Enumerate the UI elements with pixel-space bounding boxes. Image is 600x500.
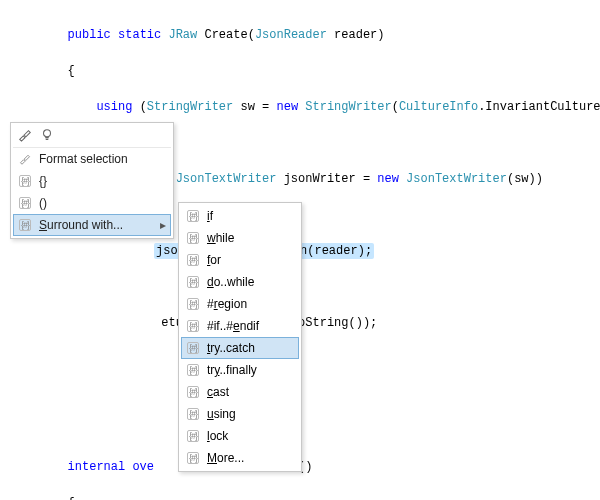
- keyword: using: [96, 100, 132, 114]
- keyword: internal: [68, 460, 126, 474]
- submenu-item-label: try..catch: [207, 341, 285, 355]
- menu-item-label: Format selection: [39, 152, 157, 166]
- submenu-item[interactable]: {#}using: [181, 403, 299, 425]
- code-icon: {#}: [185, 384, 201, 400]
- keyword: public: [68, 28, 111, 42]
- submenu-item[interactable]: {#}do..while: [181, 271, 299, 293]
- code-icon: {#}: [185, 428, 201, 444]
- menu-header: [13, 125, 171, 148]
- menu-item-label: (): [39, 196, 157, 210]
- menu-item-label: Surround with...: [39, 218, 157, 232]
- submenu-item[interactable]: {#}if: [181, 205, 299, 227]
- submenu-item-label: #region: [207, 297, 285, 311]
- type: StringWriter: [305, 100, 391, 114]
- code-line: using (StringWriter sw = new StringWrite…: [10, 98, 590, 116]
- code-icon: {#}: [185, 230, 201, 246]
- code-line: {: [10, 494, 590, 500]
- submenu-item[interactable]: {#}cast: [181, 381, 299, 403]
- method-name: Create: [204, 28, 247, 42]
- submenu-item-label: lock: [207, 429, 285, 443]
- submenu-item[interactable]: {#}#region: [181, 293, 299, 315]
- paintbrush-icon: [17, 151, 33, 167]
- submenu-item[interactable]: {#}#if..#endif: [181, 315, 299, 337]
- code-icon: {#}: [185, 318, 201, 334]
- type: JRaw: [168, 28, 197, 42]
- submenu-item[interactable]: {#}More...: [181, 447, 299, 469]
- code-icon: {#}: [185, 296, 201, 312]
- menu-item-parens[interactable]: {#} (): [13, 192, 171, 214]
- code-icon: {#}: [185, 450, 201, 466]
- surround-with-submenu: {#}if{#}while{#}for{#}do..while{#}#regio…: [178, 202, 302, 472]
- submenu-item-label: cast: [207, 385, 285, 399]
- paintbrush-icon[interactable]: [17, 127, 33, 143]
- type: JsonReader: [255, 28, 327, 42]
- submenu-item[interactable]: {#}lock: [181, 425, 299, 447]
- lightbulb-icon[interactable]: [39, 127, 55, 143]
- submenu-item-label: do..while: [207, 275, 285, 289]
- code-line: {: [10, 62, 590, 80]
- keyword: new: [276, 100, 298, 114]
- submenu-arrow-icon: ▸: [160, 218, 166, 232]
- code-icon: {#}: [17, 217, 33, 233]
- keyword: static: [118, 28, 161, 42]
- code-icon: {#}: [185, 362, 201, 378]
- code-line: public static JRaw Create(JsonReader rea…: [10, 26, 590, 44]
- code-icon: {#}: [17, 173, 33, 189]
- type: JsonTextWriter: [176, 172, 277, 186]
- submenu-item[interactable]: {#}try..catch: [181, 337, 299, 359]
- context-menu: Format selection {#} {} {#} () {#} Surro…: [10, 122, 174, 239]
- svg-point-0: [44, 130, 51, 137]
- menu-item-surround-with[interactable]: {#} Surround with... ▸: [13, 214, 171, 236]
- submenu-item-label: More...: [207, 451, 285, 465]
- submenu-item[interactable]: {#}while: [181, 227, 299, 249]
- code-icon: {#}: [185, 252, 201, 268]
- param: reader: [334, 28, 377, 42]
- menu-item-label: {}: [39, 174, 157, 188]
- code-icon: {#}: [185, 406, 201, 422]
- code-icon: {#}: [185, 340, 201, 356]
- submenu-item-label: for: [207, 253, 285, 267]
- code-icon: {#}: [17, 195, 33, 211]
- submenu-item[interactable]: {#}try..finally: [181, 359, 299, 381]
- submenu-item-label: if: [207, 209, 285, 223]
- submenu-item-label: #if..#endif: [207, 319, 285, 333]
- submenu-item-label: while: [207, 231, 285, 245]
- code-icon: {#}: [185, 274, 201, 290]
- menu-item-format-selection[interactable]: Format selection: [13, 148, 171, 170]
- type: CultureInfo: [399, 100, 478, 114]
- keyword: new: [377, 172, 399, 186]
- submenu-item-label: try..finally: [207, 363, 285, 377]
- submenu-item-label: using: [207, 407, 285, 421]
- menu-item-braces[interactable]: {#} {}: [13, 170, 171, 192]
- code-icon: {#}: [185, 208, 201, 224]
- type: StringWriter: [147, 100, 233, 114]
- keyword: ove: [132, 460, 154, 474]
- submenu-item[interactable]: {#}for: [181, 249, 299, 271]
- type: JsonTextWriter: [406, 172, 507, 186]
